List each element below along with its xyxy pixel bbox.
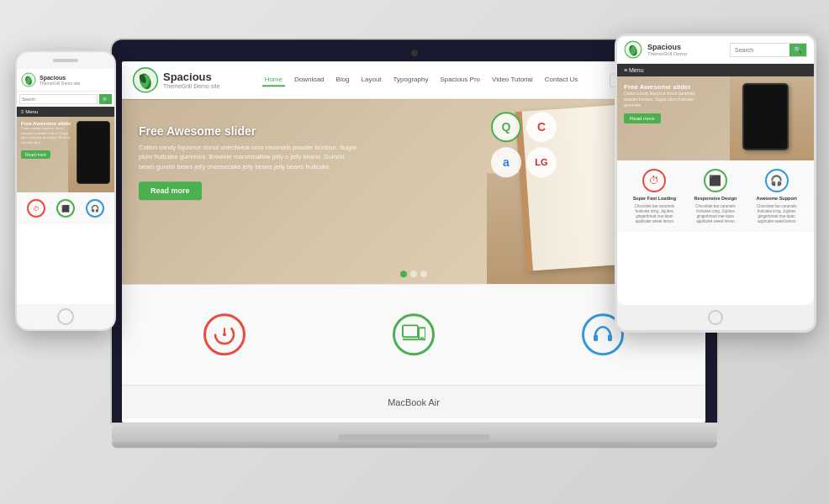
tablet-hero-content: Free Awesome slider Cotton candy liquori…: [624, 83, 708, 123]
phone-hero-button[interactable]: Read more: [21, 150, 50, 159]
laptop-foot: [112, 441, 717, 448]
svg-point-6: [223, 333, 226, 336]
site-logo: Spacious ThemeGrill Demo site: [132, 66, 233, 93]
tablet-logo-sub: ThemeGrill Demo: [647, 51, 687, 56]
phone-speaker: [53, 59, 78, 62]
site-logo-icon: [132, 66, 159, 93]
phone-hero-content: Free Awesome slider Cotton candy liquori…: [21, 121, 76, 160]
tablet-hero-title: Free Awesome slider: [624, 83, 708, 91]
phone-site-header: Spacious ThemeGrill Demo site: [17, 69, 114, 92]
svg-rect-12: [608, 334, 612, 341]
tablet-feature-fast: ⏱ Super Fast Loading Chocolate bar caram…: [629, 169, 679, 223]
tablet-logo-name: Spacious: [647, 43, 687, 51]
svg-rect-7: [403, 325, 418, 337]
hero-dot-3[interactable]: [420, 270, 427, 277]
nav-blog[interactable]: Blog: [334, 74, 352, 87]
svg-rect-11: [594, 334, 598, 341]
scene: Spacious ThemeGrill Demo site Home Downl…: [0, 0, 829, 504]
phone-hero-mini: Free Awesome slider Cotton candy liquori…: [17, 117, 114, 192]
tablet-hero: Free Awesome slider Cotton candy liquori…: [617, 76, 814, 160]
feature-responsive: [393, 313, 435, 355]
headphones-icon: [592, 323, 614, 345]
tablet-feature-responsive: ⬛ Responsive Design Chocolate bar carame…: [690, 169, 741, 223]
phone-menu-label: ≡ Menu: [21, 109, 38, 114]
brand-c-icon: C: [526, 112, 557, 142]
phone: Spacious ThemeGrill Demo site 🔍 ≡ Menu: [15, 50, 116, 331]
tablet-logo-icon: [624, 40, 642, 59]
phone-search-input[interactable]: [19, 94, 98, 104]
tablet-home-button[interactable]: [708, 310, 723, 325]
tablet-fast-title: Super Fast Loading: [633, 196, 676, 201]
brand-icons-grid: Q C a LG: [491, 112, 557, 177]
site-nav: Home Download Blog Layout Typography Spa…: [233, 74, 610, 87]
quark-icon: Q: [491, 112, 521, 142]
tablet-hero-button[interactable]: Read more: [624, 113, 661, 123]
hero-dot-1[interactable]: [400, 270, 407, 277]
phone-logo-info: Spacious ThemeGrill Demo site: [40, 75, 80, 86]
feature-fast: [203, 313, 246, 355]
nav-contact[interactable]: Contact Us: [542, 74, 581, 87]
tablet-site-header: Spacious ThemeGrill Demo 🔍: [617, 36, 814, 64]
tablet-hero-desc: Cotton candy liquorice donut caramels po…: [624, 91, 708, 108]
macbook-label: MacBook Air: [388, 397, 440, 407]
nav-home[interactable]: Home: [262, 74, 285, 87]
tablet-fast-desc: Chocolate bar caramels fruitcake icing. …: [629, 204, 679, 223]
logo-tagline: ThemeGrill Demo site: [163, 84, 220, 90]
tablet-responsive-icon: ⬛: [704, 169, 727, 192]
phone-support-icon: 🎧: [86, 199, 104, 218]
tablet-bottom: [617, 305, 814, 330]
tablet-fast-icon: ⏱: [642, 169, 666, 192]
hero-cta-button[interactable]: Read more: [139, 181, 202, 200]
tablet-screen: Spacious ThemeGrill Demo 🔍 ≡ Menu: [617, 36, 814, 305]
hero-desc: Cotton candy liquorice donut unerdwear.c…: [139, 143, 357, 171]
phone-top: [17, 52, 114, 69]
phone-menu-bar[interactable]: ≡ Menu: [17, 107, 114, 117]
tablet-support-icon: 🎧: [765, 169, 789, 192]
tablet-feature-support: 🎧 Awesome Support Chocolate bar caramels…: [752, 169, 802, 223]
tablet-search-input[interactable]: [731, 45, 789, 55]
phone-icons-mini: ⏱ ⬛ 🎧: [17, 192, 114, 224]
tablet-menu-bar[interactable]: ≡ Menu: [617, 64, 814, 76]
phone-logo-sub: ThemeGrill Demo site: [40, 81, 80, 86]
tablet-search-button[interactable]: 🔍: [789, 44, 806, 56]
logo-name: Spacious: [163, 71, 220, 84]
laptop-camera: [411, 50, 418, 56]
tablet-features: ⏱ Super Fast Loading Chocolate bar caram…: [617, 160, 814, 232]
tablet-responsive-desc: Chocolate bar caramels fruitcake icing. …: [690, 204, 741, 223]
hero-dot-2[interactable]: [410, 270, 417, 277]
nav-video-tutorial[interactable]: Video Tutorial: [489, 74, 536, 87]
tablet: Spacious ThemeGrill Demo 🔍 ≡ Menu: [615, 34, 816, 333]
responsive-icon-circle: [393, 313, 435, 355]
logo-text: Spacious ThemeGrill Demo site: [163, 71, 220, 90]
hero-content: Free Awesome slider Cotton candy liquori…: [139, 124, 357, 200]
hero-dots: [400, 270, 427, 277]
tablet-support-title: Awesome Support: [757, 196, 797, 201]
responsive-icon: [402, 324, 425, 344]
phone-screen: Spacious ThemeGrill Demo site 🔍 ≡ Menu: [17, 69, 114, 304]
nav-download[interactable]: Download: [292, 74, 327, 87]
phone-home-button[interactable]: [57, 308, 74, 325]
tablet-menu-label: ≡ Menu: [624, 67, 644, 73]
phone-logo-icon: [21, 72, 36, 87]
phone-search-bar: 🔍: [17, 92, 114, 107]
footer-brand: MacBook Air: [122, 385, 705, 418]
phone-fast-icon: ⏱: [27, 199, 45, 218]
brand-a-icon: a: [491, 147, 521, 177]
hero-title: Free Awesome slider: [139, 124, 357, 138]
speedometer-icon: [214, 323, 235, 345]
tablet-support-desc: Chocolate bar caramels fruitcake icing. …: [752, 204, 802, 223]
phone-hero-desc: Cotton candy liquorice donut caramels po…: [21, 126, 76, 144]
phone-logo-name: Spacious: [40, 75, 80, 81]
lg-icon: LG: [526, 147, 557, 177]
nav-layout[interactable]: Layout: [359, 74, 384, 87]
laptop-base: [112, 423, 717, 441]
phone-bottom: [17, 304, 114, 329]
fast-icon-circle: [203, 313, 246, 355]
tablet-responsive-title: Responsive Design: [694, 196, 737, 201]
nav-typography[interactable]: Typography: [391, 74, 431, 87]
tablet-search-area: 🔍: [730, 43, 807, 57]
tablet-logo-info: Spacious ThemeGrill Demo: [647, 43, 687, 56]
nav-spacious-pro[interactable]: Spacious Pro: [437, 74, 483, 87]
phone-search-button[interactable]: 🔍: [99, 94, 112, 104]
phone-responsive-icon: ⬛: [56, 199, 75, 218]
